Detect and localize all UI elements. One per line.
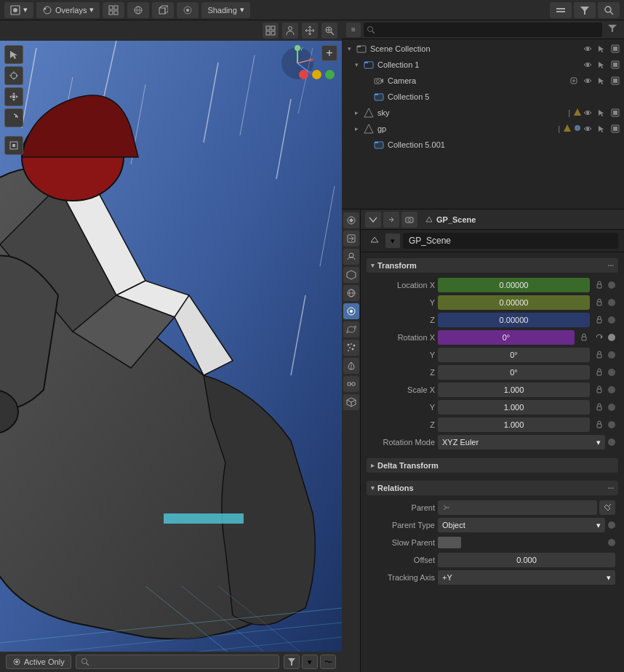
viewport-search-btn[interactable] xyxy=(598,2,620,18)
scale-y-value[interactable]: 1.000 xyxy=(438,400,590,415)
timeline-filter-btn[interactable] xyxy=(284,655,300,669)
shading-btn[interactable]: Shading ▾ xyxy=(201,2,249,18)
prop-scene-btn[interactable] xyxy=(343,267,359,283)
object-name-input[interactable] xyxy=(403,233,618,249)
outliner-item-collection5[interactable]: Collection 5 xyxy=(342,89,624,105)
frame-search-input[interactable] xyxy=(76,655,279,669)
minimize-btn[interactable] xyxy=(312,70,321,79)
rotation-mode-dropdown[interactable]: XYZ Euler ▾ xyxy=(438,435,605,449)
viewport-mode-move-icon[interactable] xyxy=(302,23,318,39)
active-only-btn[interactable]: Active Only xyxy=(6,655,71,669)
gp-render-icon[interactable] xyxy=(609,123,621,135)
viewport-mode-grid-icon[interactable] xyxy=(263,23,279,39)
outliner-filter-btn[interactable] xyxy=(605,23,620,37)
viewport-icon-btn-sphere[interactable] xyxy=(127,2,149,18)
gp-select-icon[interactable] xyxy=(596,123,607,135)
delta-transform-header[interactable]: ▸ Delta Transform xyxy=(367,458,618,473)
rotation-mode-dot[interactable] xyxy=(608,439,615,446)
collection1-select-icon[interactable] xyxy=(596,59,607,71)
offset-value[interactable]: 0.000 xyxy=(438,553,615,567)
rotation-y-dot[interactable] xyxy=(608,351,615,359)
rotation-x-value[interactable]: 0° xyxy=(438,330,575,345)
parent-type-dropdown[interactable]: Object ▾ xyxy=(438,518,605,532)
visibility-icon[interactable] xyxy=(582,43,593,55)
location-x-dot[interactable] xyxy=(608,281,615,289)
viewport-mode-person-icon[interactable] xyxy=(282,23,298,39)
prop-view-layer-btn[interactable] xyxy=(343,249,359,265)
outliner-settings-btn[interactable]: ≡ xyxy=(346,23,361,37)
location-x-value[interactable]: 0.00000 xyxy=(438,278,590,292)
parent-type-dot[interactable] xyxy=(608,521,615,529)
location-z-dot[interactable] xyxy=(608,316,615,324)
rotation-z-dot[interactable] xyxy=(608,369,615,376)
outliner-item-scene-collection[interactable]: ▾ Scene Collection xyxy=(342,41,624,57)
add-object-btn[interactable]: + xyxy=(321,45,337,61)
overlays-btn[interactable]: Overlays ▾ xyxy=(36,2,100,18)
viewport-mode-zoom-icon[interactable] xyxy=(321,23,337,39)
outliner-item-gp[interactable]: ▸ gp | xyxy=(342,121,624,137)
scale-x-dot[interactable] xyxy=(608,386,615,393)
scale-z-value[interactable]: 1.000 xyxy=(438,417,590,432)
sky-visibility-icon[interactable] xyxy=(582,107,593,119)
rotation-y-lock-icon[interactable] xyxy=(593,348,606,361)
location-z-value[interactable]: 0.00000 xyxy=(438,313,590,327)
rotation-y-value[interactable]: 0° xyxy=(438,348,590,362)
transform-tool-btn[interactable] xyxy=(4,136,23,155)
outliner-item-sky[interactable]: ▸ sky | xyxy=(342,105,624,121)
viewport-icon-btn-grid[interactable] xyxy=(103,2,124,18)
tracking-axis-dropdown[interactable]: +Y ▾ xyxy=(438,570,615,585)
editor-type-btn[interactable]: ▾ xyxy=(4,2,33,18)
prop-mode-dropdown[interactable] xyxy=(365,212,381,228)
prop-particles-btn[interactable] xyxy=(343,340,359,356)
prop-render-btn[interactable] xyxy=(343,212,359,228)
outliner-item-collection5-001[interactable]: Collection 5.001 xyxy=(342,137,624,153)
camera-select-icon[interactable] xyxy=(596,75,607,87)
select-tool-btn[interactable] xyxy=(4,45,23,64)
prop-world-btn[interactable] xyxy=(343,285,359,301)
outliner-search[interactable] xyxy=(364,23,602,37)
close-btn[interactable] xyxy=(299,70,308,79)
select-icon[interactable] xyxy=(596,43,607,55)
rotate-tool-btn[interactable] xyxy=(4,108,23,127)
slow-parent-checkbox[interactable] xyxy=(438,537,461,548)
prop-output-btn[interactable] xyxy=(343,231,359,247)
outliner-item-camera[interactable]: Camera xyxy=(342,73,624,89)
viewport-filter-btn[interactable] xyxy=(574,2,596,18)
maximize-btn[interactable] xyxy=(325,70,335,79)
render-icon[interactable] xyxy=(609,43,621,55)
timeline-btn3[interactable]: 〜 xyxy=(320,655,336,669)
prop-object-data-btn[interactable] xyxy=(343,394,359,410)
relations-section-header[interactable]: ▾ Relations ··· xyxy=(367,481,618,495)
prop-icon-constraint[interactable] xyxy=(383,212,399,228)
rotation-z-value[interactable]: 0° xyxy=(438,365,590,380)
parent-input-field[interactable] xyxy=(438,500,597,515)
location-y-dot[interactable] xyxy=(608,299,615,306)
viewport-icon-btn-circle[interactable] xyxy=(177,2,199,18)
scale-y-lock-icon[interactable] xyxy=(593,401,606,414)
viewport-header-right-btn1[interactable] xyxy=(550,2,572,18)
prop-physics-btn[interactable] xyxy=(343,358,359,374)
rotation-x-reset-icon[interactable] xyxy=(593,331,606,344)
scale-z-dot[interactable] xyxy=(608,421,615,428)
viewport-icon-btn-box[interactable] xyxy=(152,2,174,18)
scale-x-lock-icon[interactable] xyxy=(593,383,606,396)
location-y-value[interactable]: 0.00000 xyxy=(438,295,590,310)
rotation-x-dot[interactable] xyxy=(608,334,615,341)
collection1-visibility-icon[interactable] xyxy=(582,59,593,71)
camera-render-icon[interactable] xyxy=(609,75,621,87)
scale-z-lock-icon[interactable] xyxy=(593,418,606,431)
scale-y-dot[interactable] xyxy=(608,404,615,411)
prop-constraints-btn[interactable] xyxy=(343,376,359,392)
location-z-lock-icon[interactable] xyxy=(593,313,606,327)
outliner-item-collection1[interactable]: ▾ Collection 1 xyxy=(342,57,624,73)
prop-object-btn[interactable] xyxy=(343,303,359,319)
location-y-lock-icon[interactable] xyxy=(593,296,606,309)
sky-select-icon[interactable] xyxy=(596,107,607,119)
transform-section-header[interactable]: ▾ Transform ··· xyxy=(367,258,618,273)
gp-visibility-icon[interactable] xyxy=(582,123,593,135)
parent-picker-btn[interactable] xyxy=(599,500,615,515)
cursor-tool-btn[interactable] xyxy=(4,66,23,85)
prop-icon-photo[interactable] xyxy=(401,212,417,228)
rotation-x-lock-icon[interactable] xyxy=(577,331,591,344)
location-x-lock-icon[interactable] xyxy=(593,279,606,292)
